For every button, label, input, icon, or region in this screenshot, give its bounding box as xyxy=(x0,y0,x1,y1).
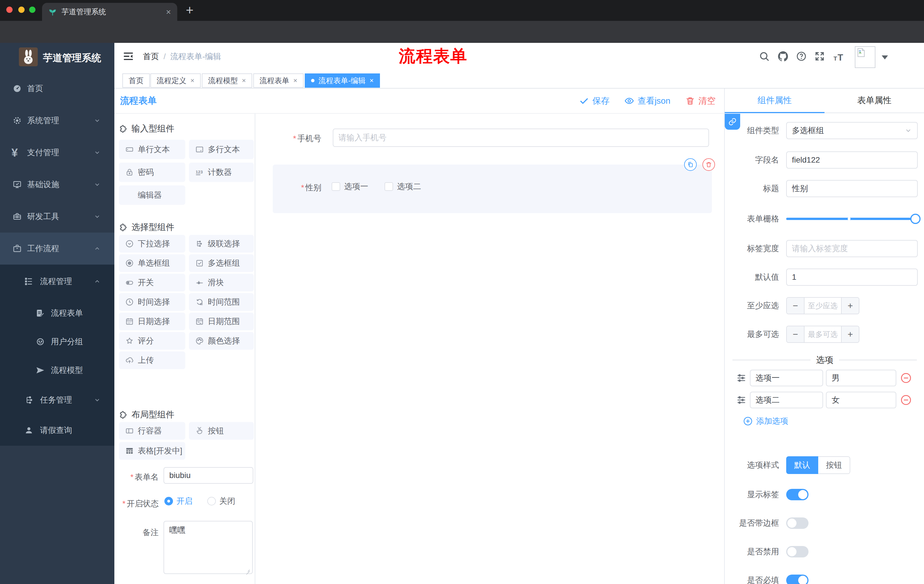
status-radio-off[interactable]: 关闭 xyxy=(207,496,235,507)
palette-item-multi-text[interactable]: 多行文本 xyxy=(189,140,254,159)
add-option-button[interactable]: 添加选项 xyxy=(743,416,788,426)
tab-process-form[interactable]: 流程表单 × xyxy=(253,73,304,88)
option-value-input[interactable] xyxy=(826,392,896,408)
remove-option-button[interactable] xyxy=(900,394,912,406)
sidebar-item-leave-query[interactable]: 请假查询 xyxy=(0,422,114,438)
component-copy-button[interactable] xyxy=(684,158,697,171)
palette-item-radio-group[interactable]: 单选框组 xyxy=(119,254,185,272)
style-default-button[interactable]: 默认 xyxy=(786,456,818,474)
window-zoom-button[interactable] xyxy=(29,7,35,13)
style-button-button[interactable]: 按钮 xyxy=(818,456,850,474)
breadcrumb-home[interactable]: 首页 xyxy=(143,51,159,62)
sidebar-item-system[interactable]: 系统管理 xyxy=(0,113,114,128)
palette-item-table[interactable]: 表格[开发中] xyxy=(119,442,185,460)
sidebar-item-process-model[interactable]: 流程模型 xyxy=(0,362,114,378)
sidebar-item-user-group[interactable]: 用户分组 xyxy=(0,334,114,350)
sidebar-item-home[interactable]: 首页 xyxy=(0,81,114,97)
palette-item-cascader[interactable]: 级联选择 xyxy=(189,235,254,253)
hamburger-icon[interactable] xyxy=(123,51,134,62)
stepper-plus-button[interactable]: + xyxy=(841,326,859,342)
field-name-input[interactable] xyxy=(786,151,918,169)
show-label-toggle[interactable] xyxy=(786,489,808,500)
textarea-resize-handle[interactable] xyxy=(245,566,251,572)
stepper-plus-button[interactable]: + xyxy=(841,298,859,314)
window-close-button[interactable] xyxy=(6,7,13,13)
tab-close-icon[interactable]: × xyxy=(293,77,297,85)
tab-component-props[interactable]: 组件属性 xyxy=(725,89,825,112)
palette-item-single-text[interactable]: 单行文本 xyxy=(119,140,185,159)
palette-item-password[interactable]: 密码 xyxy=(119,163,185,182)
gender-checkbox-1[interactable]: 选项一 xyxy=(332,181,368,192)
font-size-icon[interactable]: TT xyxy=(833,52,844,63)
palette-item-slider[interactable]: 滑块 xyxy=(189,274,254,291)
tab-close-icon[interactable]: × xyxy=(242,77,246,85)
canvas-phone-input[interactable] xyxy=(333,128,709,147)
palette-item-counter[interactable]: 123 计数器 xyxy=(189,163,254,182)
palette-item-button[interactable]: 按钮 xyxy=(189,422,254,440)
slider-handle[interactable] xyxy=(910,214,921,224)
stepper-minus-button[interactable]: − xyxy=(787,298,805,314)
palette-item-editor[interactable]: 编辑器 xyxy=(119,186,185,205)
fullscreen-icon[interactable] xyxy=(814,51,825,62)
new-tab-button[interactable]: + xyxy=(186,2,193,18)
clear-button[interactable]: 清空 xyxy=(685,95,716,107)
tab-process-model[interactable]: 流程模型 × xyxy=(202,73,252,88)
help-icon[interactable] xyxy=(796,51,807,62)
tab-process-definition[interactable]: 流程定义 × xyxy=(150,73,201,88)
sidebar-item-devtools[interactable]: 研发工具 xyxy=(0,209,114,225)
search-icon[interactable] xyxy=(759,51,770,62)
sidebar-item-process-mgmt[interactable]: 流程管理 xyxy=(0,273,114,290)
option-label-input[interactable] xyxy=(750,392,823,408)
grid-slider[interactable] xyxy=(786,210,918,227)
gender-checkbox-2[interactable]: 选项二 xyxy=(384,181,421,192)
component-type-select[interactable]: 多选框组 xyxy=(786,122,918,139)
sidebar-item-payment[interactable]: ¥ 支付管理 xyxy=(0,145,114,161)
border-toggle[interactable] xyxy=(786,517,808,529)
sidebar-item-infra[interactable]: 基础设施 xyxy=(0,176,114,192)
title-input[interactable] xyxy=(786,180,918,197)
window-minimize-button[interactable] xyxy=(18,7,25,13)
tab-home[interactable]: 首页 xyxy=(122,73,150,88)
required-toggle[interactable] xyxy=(786,574,808,584)
component-delete-button[interactable] xyxy=(703,158,715,171)
form-remark-textarea[interactable]: 嘿嘿 xyxy=(163,521,253,574)
view-json-button[interactable]: 查看json xyxy=(624,95,670,107)
save-button[interactable]: 保存 xyxy=(579,95,609,107)
sidebar-item-workflow[interactable]: 工作流程 xyxy=(0,240,114,257)
status-radio-on[interactable]: 开启 xyxy=(164,496,192,507)
form-name-input[interactable] xyxy=(163,467,253,484)
palette-item-date-picker[interactable]: 日期选择 xyxy=(119,313,185,330)
tab-close-icon[interactable]: × xyxy=(370,77,374,85)
palette-item-color-picker[interactable]: 颜色选择 xyxy=(189,332,254,350)
min-stepper-input[interactable] xyxy=(805,298,841,314)
default-value-input[interactable] xyxy=(786,268,918,286)
tab-process-form-edit[interactable]: 流程表单-编辑 × xyxy=(305,73,380,88)
canvas-selected-component[interactable]: *性别 选项一 选项二 xyxy=(273,165,712,213)
max-stepper-input[interactable] xyxy=(805,326,841,342)
label-width-input[interactable] xyxy=(786,240,918,257)
option-label-input[interactable] xyxy=(750,370,823,386)
sidebar-item-process-form[interactable]: 流程表单 xyxy=(0,305,114,321)
palette-item-switch[interactable]: 开关 xyxy=(119,274,185,291)
avatar[interactable] xyxy=(855,46,875,68)
palette-item-time-range[interactable]: 时间范围 xyxy=(189,293,254,311)
avatar-caret-icon[interactable] xyxy=(882,56,888,59)
browser-tab-close-icon[interactable]: × xyxy=(166,8,171,16)
palette-item-time-picker[interactable]: 时间选择 xyxy=(119,293,185,311)
github-icon[interactable] xyxy=(777,50,789,62)
browser-tab[interactable]: 芋道管理系统 × xyxy=(42,3,177,21)
tab-form-props[interactable]: 表单属性 xyxy=(825,89,924,112)
palette-item-select[interactable]: 下拉选择 xyxy=(119,235,185,253)
stepper-minus-button[interactable]: − xyxy=(787,326,805,342)
palette-item-row-container[interactable]: 行容器 xyxy=(119,422,185,440)
palette-item-rate[interactable]: 评分 xyxy=(119,332,185,350)
palette-item-upload[interactable]: 上传 xyxy=(119,351,185,369)
sidebar-item-task-mgmt[interactable]: 任务管理 xyxy=(0,392,114,408)
option-value-input[interactable] xyxy=(826,370,896,386)
drag-handle-icon[interactable] xyxy=(736,373,746,383)
drag-handle-icon[interactable] xyxy=(736,395,746,405)
palette-item-date-range[interactable]: 日期范围 xyxy=(189,313,254,330)
tab-close-icon[interactable]: × xyxy=(190,77,195,85)
palette-item-checkbox-group[interactable]: 多选框组 xyxy=(189,254,254,272)
remove-option-button[interactable] xyxy=(900,372,912,384)
